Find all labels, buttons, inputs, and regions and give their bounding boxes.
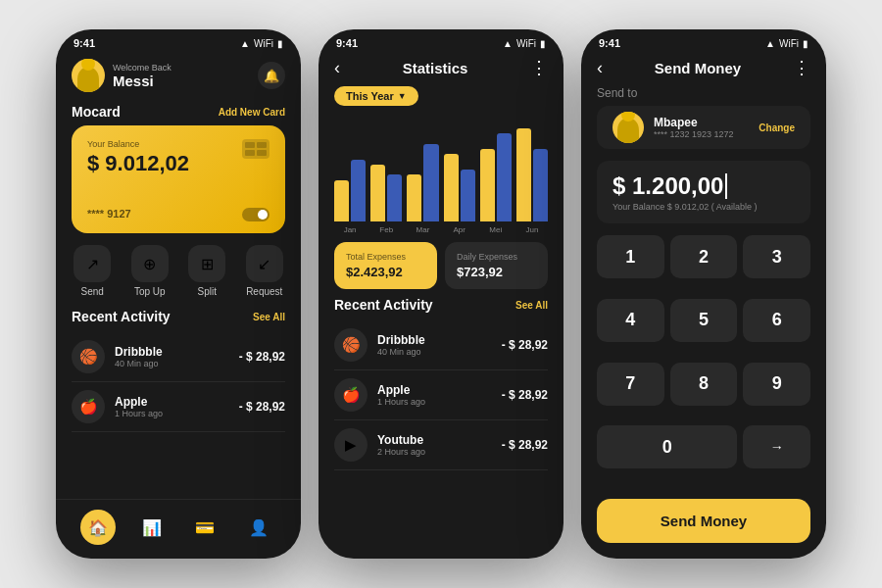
nav-home[interactable]: 🏠 — [80, 510, 116, 545]
daily-label: Daily Expenses — [457, 252, 536, 262]
total-value: $2.423,92 — [346, 265, 425, 279]
battery-icon: ▮ — [277, 38, 283, 49]
bar-group — [444, 154, 475, 221]
see-all-button[interactable]: See All — [253, 312, 285, 322]
list-item[interactable]: 🏀 Dribbble 40 Min ago - $ 28,92 — [72, 332, 285, 382]
recipient-avatar-head — [621, 112, 635, 122]
bar-group — [370, 165, 402, 221]
key-8[interactable]: 8 — [670, 363, 738, 406]
bar-group — [516, 128, 548, 221]
action-topup[interactable]: ⊕ Top Up — [131, 245, 169, 297]
chart-bars — [334, 114, 548, 221]
yellow-bar — [480, 149, 495, 221]
battery-icon: ▮ — [803, 38, 808, 49]
recent-title: Recent Activity — [72, 309, 171, 324]
back-button[interactable]: ‹ — [334, 58, 340, 78]
status-icons-3: ▲ WiFi ▮ — [765, 38, 808, 49]
change-recipient-button[interactable]: Change — [759, 122, 795, 133]
key-6[interactable]: 6 — [743, 299, 810, 342]
activity-time: 40 Min ago — [115, 359, 229, 368]
list-item[interactable]: ▶ Youtube 2 Hours ago - $ 28,92 — [334, 420, 548, 470]
recent-activity-2: Recent Activity See All 🏀 Dribbble 40 Mi… — [318, 297, 564, 559]
chip-block — [245, 150, 255, 156]
bar-chart: JanFebMarAprMeiJun — [318, 114, 564, 234]
send-header: ‹ Send Money ⋮ — [581, 53, 826, 86]
youtube-icon: ▶ — [334, 428, 368, 462]
welcome-text: Welcome Back Messi — [113, 63, 172, 89]
phone3: 9:41 ▲ WiFi ▮ ‹ Send Money ⋮ Send to Mba… — [581, 29, 826, 559]
action-send[interactable]: ↗ Send — [74, 245, 111, 297]
time-3: 9:41 — [599, 37, 620, 49]
signal-icon: ▲ — [503, 38, 513, 49]
signal-icon: ▲ — [240, 38, 250, 49]
action-request[interactable]: ↙ Request — [246, 245, 283, 297]
key-3[interactable]: 3 — [743, 235, 810, 278]
balance-available: Your Balance $ 9.012,02 ( Available ) — [612, 202, 795, 212]
send-to-label: Send to — [581, 86, 826, 106]
phone1-header: Welcome Back Messi 🔔 — [56, 53, 301, 100]
stats-header: ‹ Statistics ⋮ — [318, 53, 564, 86]
nav-profile[interactable]: 👤 — [241, 510, 276, 545]
action-split[interactable]: ⊞ Split — [188, 245, 225, 297]
signal-icon: ▲ — [765, 38, 775, 49]
yellow-bar — [516, 128, 531, 221]
bar-group — [407, 144, 438, 221]
see-all-2[interactable]: See All — [515, 300, 548, 311]
key-0[interactable]: 0 — [597, 425, 737, 468]
stats-title: Statistics — [403, 60, 468, 76]
key-delete[interactable]: → — [743, 425, 810, 468]
activity-details: Apple 1 Hours ago — [115, 395, 229, 418]
notification-bell[interactable]: 🔔 — [258, 62, 285, 89]
send-back-button[interactable]: ‹ — [597, 58, 603, 78]
activity-name: Apple — [115, 395, 229, 409]
recipient-card: Mbapee **** 1232 1923 1272 Change — [597, 106, 810, 149]
activity-amount: - $ 28,92 — [502, 338, 548, 352]
wifi-icon: WiFi — [516, 38, 536, 49]
activity-time: 40 Min ago — [377, 347, 492, 357]
key-9[interactable]: 9 — [743, 363, 810, 406]
wifi-icon: WiFi — [779, 38, 799, 49]
activity-time: 2 Hours ago — [377, 447, 492, 457]
activity-time: 1 Hours ago — [377, 397, 492, 407]
key-2[interactable]: 2 — [670, 235, 738, 278]
bank-card[interactable]: Your Balance $ 9.012,02 **** 9127 — [72, 125, 285, 233]
chip-icon — [242, 139, 270, 159]
bottom-navigation: 🏠 📊 💳 👤 — [56, 499, 301, 559]
nav-cards[interactable]: 💳 — [187, 510, 222, 545]
activity-details: Youtube 2 Hours ago — [377, 433, 492, 457]
activity-name: Dribbble — [115, 345, 229, 359]
key-1[interactable]: 1 — [597, 235, 664, 278]
list-item[interactable]: 🍎 Apple 1 Hours ago - $ 28,92 — [334, 370, 548, 420]
chip-block — [257, 142, 267, 148]
nav-stats[interactable]: 📊 — [134, 510, 170, 545]
list-item[interactable]: 🍎 Apple 1 Hours ago - $ 28,92 — [72, 382, 285, 432]
filter-row: This Year ▼ — [318, 86, 564, 114]
status-bar-3: 9:41 ▲ WiFi ▮ — [581, 29, 826, 53]
add-new-card[interactable]: Add New Card — [219, 107, 285, 118]
blue-bar — [533, 149, 548, 221]
blue-bar — [387, 174, 402, 221]
request-label: Request — [246, 286, 282, 297]
more-button[interactable]: ⋮ — [530, 57, 548, 78]
recent-header-2: Recent Activity See All — [334, 297, 548, 313]
status-bar-2: 9:41 ▲ WiFi ▮ — [318, 29, 564, 53]
key-7[interactable]: 7 — [597, 363, 664, 406]
activity-amount: - $ 28,92 — [502, 388, 548, 402]
toggle-dot — [258, 210, 268, 220]
list-item[interactable]: 🏀 Dribbble 40 Min ago - $ 28,92 — [334, 320, 548, 370]
key-4[interactable]: 4 — [597, 299, 664, 342]
key-5[interactable]: 5 — [670, 299, 738, 342]
chart-label: Jan — [334, 225, 366, 234]
blue-bar — [351, 160, 366, 221]
card-toggle[interactable] — [242, 208, 270, 221]
year-filter[interactable]: This Year ▼ — [334, 86, 418, 106]
recent-header: Recent Activity See All — [72, 309, 285, 324]
battery-icon: ▮ — [540, 38, 546, 49]
status-icons-1: ▲ WiFi ▮ — [240, 38, 283, 49]
phone3-main: ‹ Send Money ⋮ Send to Mbapee **** 1232 … — [581, 53, 826, 559]
blue-bar — [461, 170, 475, 221]
chip-block — [257, 150, 267, 156]
send-money-button[interactable]: Send Money — [597, 499, 810, 543]
send-more-button[interactable]: ⋮ — [793, 57, 810, 78]
apple-icon-2: 🍎 — [334, 378, 368, 412]
